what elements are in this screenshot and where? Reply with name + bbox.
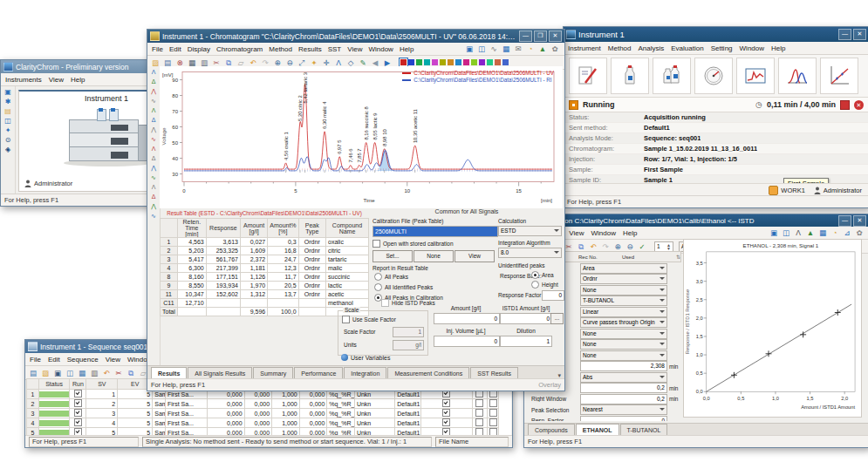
window-button[interactable]: ✕ bbox=[853, 215, 866, 227]
menu-item[interactable]: Method bbox=[608, 44, 632, 52]
cell[interactable]: 1 bbox=[27, 390, 39, 399]
cell[interactable]: 11,7 bbox=[268, 273, 298, 282]
zoom-out-icon[interactable]: ⊖ bbox=[625, 241, 635, 252]
cell[interactable]: 253,325 bbox=[206, 247, 240, 255]
data-acquisition-icon[interactable] bbox=[736, 58, 775, 94]
row-checkbox[interactable] bbox=[489, 409, 497, 417]
cell[interactable]: 1,181 bbox=[240, 264, 267, 273]
dilution-field[interactable]: 1 bbox=[500, 336, 552, 347]
cell[interactable]: 8 bbox=[161, 273, 178, 282]
cell[interactable] bbox=[298, 308, 325, 316]
cell[interactable] bbox=[206, 308, 240, 316]
single-analysis-icon[interactable] bbox=[611, 58, 649, 94]
cell[interactable]: First Sa... bbox=[165, 399, 207, 409]
cell[interactable]: 1 bbox=[161, 238, 178, 247]
cell[interactable]: 2 bbox=[27, 399, 39, 409]
column-header[interactable] bbox=[27, 379, 39, 390]
cell[interactable]: 0,000 bbox=[208, 399, 244, 409]
istd-peak-icon[interactable]: ∿ bbox=[149, 212, 159, 221]
column-header[interactable]: SV bbox=[86, 379, 118, 390]
amount-field[interactable]: 0 bbox=[434, 313, 500, 324]
mail-icon[interactable]: ✉ bbox=[513, 44, 523, 54]
cell[interactable] bbox=[420, 418, 472, 428]
menu-item[interactable]: Method bbox=[269, 45, 292, 53]
cell[interactable] bbox=[177, 308, 206, 316]
property-field[interactable]: 0,2 bbox=[580, 394, 667, 404]
signal-color-swatch[interactable] bbox=[448, 59, 454, 65]
cell[interactable]: 4 bbox=[27, 418, 39, 428]
cell[interactable] bbox=[38, 409, 70, 418]
peak-select-icon[interactable]: Λ bbox=[149, 68, 159, 77]
column-header[interactable]: Status bbox=[38, 379, 70, 390]
cell[interactable]: First Sa... bbox=[165, 418, 207, 428]
cell[interactable]: Ordnr bbox=[298, 282, 325, 290]
station-icon[interactable]: ◫ bbox=[476, 44, 487, 54]
column-header[interactable]: Reten. Time [min] bbox=[177, 219, 206, 238]
cell[interactable]: C11 bbox=[161, 299, 178, 308]
menu-item[interactable]: Sequence bbox=[67, 356, 99, 363]
property-field[interactable]: 0 bbox=[580, 416, 667, 422]
cell[interactable]: 217,399 bbox=[206, 264, 240, 273]
property-dropdown[interactable]: T-BUTANOL bbox=[580, 296, 667, 306]
menu-item[interactable]: Setting bbox=[711, 44, 733, 52]
calibration-file-input[interactable]: 2506MULTI bbox=[372, 226, 498, 237]
copy-icon[interactable]: ⧉ bbox=[126, 368, 136, 378]
sequence-icon[interactable]: ▤ bbox=[3, 107, 13, 116]
cell[interactable]: 24,7 bbox=[268, 255, 298, 264]
cell[interactable] bbox=[472, 399, 487, 409]
cell[interactable]: Sample 1 bbox=[153, 418, 166, 428]
shoulder-icon[interactable]: ⋀ bbox=[149, 126, 159, 134]
result-tab[interactable]: Integration bbox=[344, 367, 386, 379]
cell[interactable]: 3 bbox=[161, 255, 178, 264]
filter-icon[interactable]: ∿ bbox=[149, 135, 159, 144]
grid-icon[interactable]: ◫ bbox=[65, 368, 75, 378]
cell[interactable]: 4,563 bbox=[177, 238, 206, 247]
table-icon[interactable]: ▦ bbox=[77, 368, 87, 378]
cell[interactable]: 3,613 bbox=[206, 238, 240, 247]
cell[interactable]: 20,5 bbox=[268, 282, 298, 290]
property-dropdown[interactable]: None bbox=[580, 350, 667, 361]
result-tab[interactable]: Summary bbox=[253, 367, 293, 379]
title-bar[interactable]: Instrument 1 - Chromatogram "C:\ClarityC… bbox=[147, 30, 564, 43]
cell[interactable] bbox=[70, 409, 86, 418]
menu-item[interactable]: Help bbox=[71, 76, 85, 84]
calculation-dropdown[interactable]: ESTD bbox=[498, 226, 562, 236]
cell[interactable]: 5,203 bbox=[177, 247, 206, 255]
cell[interactable]: Default1 bbox=[395, 409, 420, 418]
menu-item[interactable]: Help bbox=[400, 45, 413, 53]
row-checkbox[interactable] bbox=[442, 399, 450, 407]
menu-item[interactable]: File bbox=[152, 45, 163, 53]
menu-item[interactable]: Results bbox=[298, 45, 322, 53]
cell[interactable] bbox=[298, 299, 325, 308]
row-checkbox[interactable] bbox=[74, 409, 82, 417]
result-tab[interactable]: All Signals Results bbox=[188, 367, 252, 379]
menu-item[interactable]: SST bbox=[328, 45, 342, 53]
split-peak-icon[interactable]: ⋀ bbox=[149, 164, 159, 173]
copy-icon[interactable]: ⧉ bbox=[576, 241, 586, 252]
chromatogram-icon[interactable]: Λ bbox=[793, 228, 803, 238]
property-dropdown[interactable]: None bbox=[580, 329, 667, 339]
cell[interactable]: 3 bbox=[86, 409, 118, 418]
signal-color-swatch[interactable] bbox=[487, 59, 493, 65]
menu-item[interactable]: View bbox=[569, 229, 584, 237]
inj-volume-field[interactable]: 0 bbox=[434, 336, 500, 347]
cell[interactable]: 4 bbox=[86, 418, 118, 428]
cell[interactable]: 13,7 bbox=[268, 290, 298, 299]
cell[interactable]: 9,596 bbox=[240, 308, 267, 316]
cell[interactable]: 561,767 bbox=[206, 255, 240, 264]
cell[interactable] bbox=[487, 399, 499, 409]
title-bar[interactable]: Instrument 1 —✕ bbox=[564, 27, 868, 42]
curve-icon[interactable]: ⊿ bbox=[842, 228, 852, 238]
cell[interactable]: 8,160 bbox=[177, 273, 206, 282]
settings-icon[interactable]: ✱ bbox=[3, 98, 13, 106]
gear-icon[interactable]: ✿ bbox=[550, 44, 560, 54]
smooth-icon[interactable]: ∿ bbox=[149, 173, 159, 182]
window-button[interactable]: ✕ bbox=[853, 29, 866, 40]
row-checkbox[interactable] bbox=[475, 418, 483, 426]
window-button[interactable]: ❐ bbox=[534, 31, 547, 42]
signal-color-swatch[interactable] bbox=[416, 59, 422, 65]
response-base-option[interactable]: Height bbox=[531, 281, 558, 289]
window-icon[interactable]: ◫ bbox=[3, 117, 13, 126]
cell[interactable]: 10,347 bbox=[177, 290, 206, 299]
cell[interactable]: 2 bbox=[161, 247, 178, 255]
